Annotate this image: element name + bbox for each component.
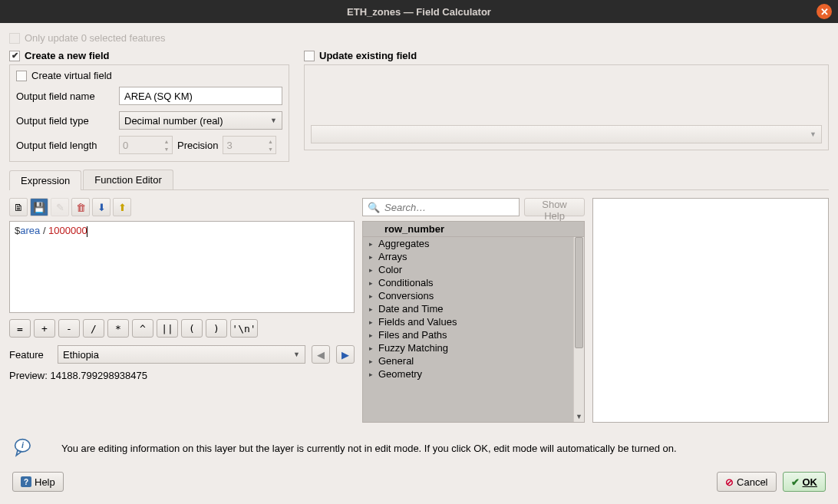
output-name-label: Output field name [16, 91, 114, 102]
tree-item[interactable]: ▸Date and Time [363, 302, 584, 315]
preview-label: Preview: [9, 370, 48, 381]
save-expression-button[interactable]: 💾 [30, 198, 48, 216]
create-field-column: Create a new field Create virtual field … [9, 50, 295, 162]
upload-icon: ⬆ [118, 202, 127, 213]
tree-item[interactable]: ▸Arrays [363, 250, 584, 263]
tree-item[interactable]: ▸Aggregates [363, 237, 584, 250]
output-name-input[interactable] [119, 87, 282, 105]
scrollbar-thumb[interactable] [575, 237, 583, 348]
chevron-right-icon: ▸ [369, 292, 375, 300]
search-icon: 🔍 [368, 202, 380, 213]
download-icon: ⬇ [97, 202, 106, 213]
tab-function-editor[interactable]: Function Editor [83, 170, 173, 189]
only-update-label: Only update 0 selected features [25, 32, 166, 44]
save-icon: 💾 [33, 202, 45, 213]
only-update-row: Only update 0 selected features [9, 32, 829, 44]
scroll-down-icon[interactable]: ▼ [574, 411, 584, 422]
op-rparen[interactable]: ) [206, 319, 227, 338]
ok-icon: ✔ [791, 476, 800, 488]
expression-pane: 🗎 💾 ✎ 🗑 ⬇ ⬆ $area / 1000000 = + - / * ^ … [9, 198, 355, 423]
function-tree[interactable]: row_number ▸Aggregates▸Arrays▸Color▸Cond… [362, 221, 585, 423]
ok-button[interactable]: ✔ OK [783, 472, 826, 492]
tree-header[interactable]: row_number [363, 222, 584, 237]
tree-item[interactable]: ▸Fields and Values [363, 315, 584, 328]
feature-prev-button[interactable]: ◀ [312, 345, 330, 364]
dialog-footer: ? Help ⊘ Cancel ✔ OK [9, 472, 829, 495]
output-type-select[interactable]: Decimal number (real) ▼ [119, 111, 282, 130]
dialog-content: Only update 0 selected features Create a… [0, 23, 838, 504]
update-existing-header: Update existing field [304, 50, 829, 61]
chevron-down-icon: ▼ [293, 351, 300, 358]
op-concat[interactable]: || [157, 319, 178, 338]
cancel-button[interactable]: ⊘ Cancel [717, 472, 776, 492]
feature-value: Ethiopia [63, 349, 99, 361]
output-type-value: Decimal number (real) [124, 115, 223, 127]
op-newline[interactable]: '\n' [230, 319, 258, 338]
update-field-select: ▼ [311, 125, 822, 143]
function-list-pane: 🔍 Show Help row_number ▸Aggregates▸Array… [362, 198, 585, 423]
help-pane [592, 198, 829, 423]
create-new-label: Create a new field [25, 50, 110, 61]
show-help-button[interactable]: Show Help [524, 198, 585, 216]
function-search[interactable]: 🔍 [362, 198, 520, 216]
triangle-right-icon: ▶ [341, 349, 349, 361]
tab-bar: Expression Function Editor [9, 170, 829, 190]
info-icon: i [14, 438, 34, 458]
close-button[interactable]: ✕ [817, 4, 832, 19]
tab-expression[interactable]: Expression [9, 170, 81, 190]
tree-item[interactable]: ▸Files and Paths [363, 328, 584, 341]
chevron-right-icon: ▸ [369, 344, 375, 352]
help-button[interactable]: ? Help [12, 472, 64, 492]
op-power[interactable]: ^ [132, 319, 153, 338]
op-equals[interactable]: = [9, 319, 31, 338]
output-length-label: Output field length [16, 140, 114, 151]
field-calculator-window: ETH_zones — Field Calculator ✕ Only upda… [0, 0, 838, 504]
op-multiply[interactable]: * [107, 319, 129, 338]
create-new-checkbox[interactable] [9, 51, 20, 61]
search-input[interactable] [384, 202, 514, 213]
op-plus[interactable]: + [34, 319, 55, 338]
titlebar: ETH_zones — Field Calculator ✕ [0, 0, 838, 23]
trash-icon: 🗑 [76, 202, 86, 213]
chevron-right-icon: ▸ [369, 357, 375, 365]
chevron-right-icon: ▸ [369, 266, 375, 274]
import-expression-button[interactable]: ⬇ [92, 198, 111, 216]
feature-next-button[interactable]: ▶ [336, 345, 355, 364]
window-title: ETH_zones — Field Calculator [347, 6, 491, 18]
expression-editor[interactable]: $area / 1000000 [9, 221, 355, 313]
document-icon: 🗎 [14, 202, 24, 213]
scrollbar[interactable]: ▼ [573, 237, 584, 422]
update-existing-label: Update existing field [319, 50, 417, 61]
update-existing-checkbox[interactable] [304, 51, 315, 61]
tree-item[interactable]: ▸Color [363, 263, 584, 276]
tree-item[interactable]: ▸Conditionals [363, 276, 584, 289]
tree-item[interactable]: ▸General [363, 354, 584, 367]
output-length-spinner: 0 ▲▼ [119, 136, 173, 154]
tree-item[interactable]: ▸Geometry [363, 367, 584, 380]
chevron-down-icon: ▼ [810, 130, 817, 138]
op-divide[interactable]: / [83, 319, 104, 338]
feature-select[interactable]: Ethiopia ▼ [58, 345, 305, 364]
info-text: You are editing information on this laye… [61, 443, 677, 454]
tree-item[interactable]: ▸Fuzzy Matching [363, 341, 584, 354]
create-field-panel: Create virtual field Output field name O… [9, 64, 289, 162]
precision-label: Precision [177, 140, 218, 151]
export-expression-button[interactable]: ⬆ [113, 198, 131, 216]
update-field-column: Update existing field ▼ [304, 50, 829, 162]
create-new-header: Create a new field [9, 50, 295, 61]
operator-row: = + - / * ^ || ( ) '\n' [9, 319, 355, 338]
precision-spinner: 3 ▲▼ [223, 136, 276, 154]
op-lparen[interactable]: ( [181, 319, 203, 338]
delete-expression-button[interactable]: 🗑 [71, 198, 90, 216]
tree-item[interactable]: ▸Conversions [363, 289, 584, 302]
create-virtual-checkbox[interactable] [16, 71, 27, 81]
op-minus[interactable]: - [58, 319, 80, 338]
triangle-left-icon: ◀ [317, 349, 325, 361]
only-update-checkbox [9, 33, 20, 44]
chevron-down-icon: ▼ [270, 117, 277, 124]
create-virtual-label: Create virtual field [31, 70, 112, 81]
pencil-icon: ✎ [56, 202, 64, 213]
expression-toolbar: 🗎 💾 ✎ 🗑 ⬇ ⬆ [9, 198, 355, 216]
new-expression-button[interactable]: 🗎 [9, 198, 28, 216]
preview-value: 14188.799298938475 [50, 370, 147, 381]
